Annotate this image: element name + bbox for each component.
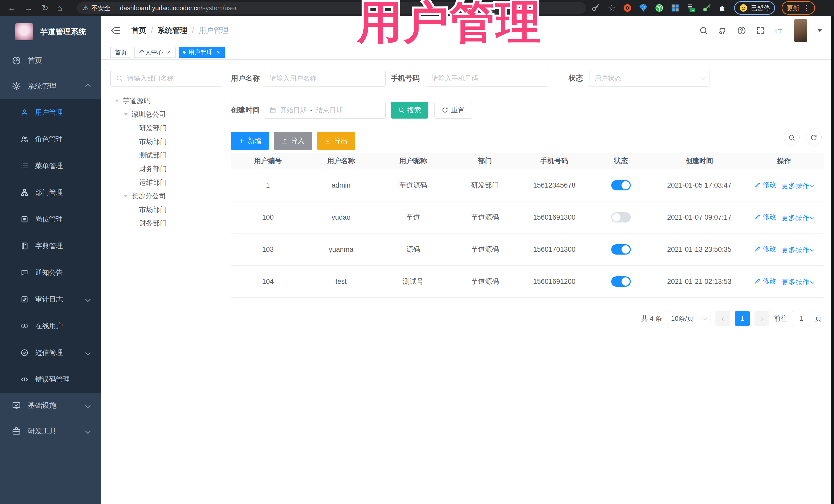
sidebar-item-code[interactable]: 错误码管理 [0, 366, 101, 393]
sidebar-item-toolbox[interactable]: 研发工具 [0, 418, 101, 444]
edit-action[interactable]: 修改 [754, 244, 776, 254]
sidebar-item-chat[interactable]: 通知公告 [0, 259, 101, 286]
grid-extension-icon[interactable] [671, 3, 680, 13]
search-button[interactable]: 搜索 [391, 102, 428, 118]
edit-action[interactable]: 修改 [754, 277, 776, 286]
tree-node[interactable]: 市场部门 [110, 203, 228, 216]
more-actions-dropdown[interactable]: 更多操作 [782, 245, 814, 255]
goto-page-input[interactable] [792, 311, 810, 326]
mobile-input[interactable] [431, 74, 543, 83]
sidebar-item-tree[interactable]: 部门管理 [0, 179, 101, 206]
browser-update-button[interactable]: 更新 ⋮ [782, 1, 815, 15]
tab-close-icon[interactable]: × [167, 49, 171, 56]
breadcrumb-item[interactable]: 系统管理 [158, 25, 187, 36]
sidebar-item-online[interactable]: 在线用户 [0, 312, 101, 339]
more-actions-dropdown[interactable]: 更多操作 [782, 181, 814, 191]
status-select[interactable]: 用户状态 [589, 70, 710, 87]
prev-page-button[interactable]: ‹ [716, 311, 730, 326]
sidebar-collapse-icon[interactable] [110, 25, 121, 36]
dept-search-input[interactable] [127, 74, 215, 83]
tab-用户管理[interactable]: 用户管理× [179, 47, 225, 58]
search-icon[interactable] [699, 26, 708, 35]
date-range-picker[interactable]: 开始日期 - 结束日期 [264, 102, 386, 118]
extensions-puzzle-icon[interactable] [718, 3, 727, 13]
app-logo-row[interactable]: 芋道管理系统 [0, 16, 101, 48]
tree-node[interactable]: 研发部门 [110, 121, 228, 135]
tree-node[interactable]: 市场部门 [110, 135, 228, 148]
add-user-button[interactable]: 新增 [231, 132, 269, 150]
browser-home-button[interactable]: ⌂ [57, 4, 62, 12]
browser-refresh-button[interactable]: ↻ [42, 4, 48, 12]
tree-node-label: 研发部门 [139, 124, 167, 133]
import-button[interactable]: 导入 [274, 132, 312, 150]
current-page-button[interactable]: 1 [735, 311, 750, 326]
tree-node[interactable]: 长沙分公司 [110, 189, 228, 203]
font-size-icon[interactable]: tT [775, 26, 784, 35]
refresh-table-button[interactable] [806, 130, 822, 146]
tree-node-label: 运维部门 [139, 178, 167, 187]
github-icon[interactable] [718, 26, 727, 35]
sidebar-menu: 首页系统管理用户管理角色管理菜单管理部门管理岗位管理字典管理通知公告审计日志在线… [0, 48, 101, 444]
avatar-caret-down-icon[interactable] [817, 29, 823, 32]
sidebar-item-users[interactable]: 角色管理 [0, 126, 101, 152]
status-label: 状态 [569, 73, 583, 83]
sidebar-item-edit[interactable]: 审计日志 [0, 286, 101, 312]
cell-mobile: 15601691300 [521, 201, 588, 234]
tree-node[interactable]: 运维部门 [110, 176, 228, 189]
browser-back-button[interactable]: ← [8, 4, 16, 12]
sidebar-item-badge[interactable]: 岗位管理 [0, 206, 101, 233]
sidebar-item-gear[interactable]: 系统管理 [0, 73, 101, 99]
cell-id: 104 [231, 266, 305, 298]
tab-close-icon[interactable]: × [216, 49, 220, 56]
tab-首页[interactable]: 首页 [110, 47, 131, 58]
browser-forward-button[interactable]: → [25, 4, 33, 12]
toggle-knob [612, 213, 620, 221]
sidebar-item-book[interactable]: 字典管理 [0, 233, 101, 259]
status-toggle[interactable] [611, 244, 631, 255]
cell-username: yuanma [305, 234, 377, 266]
ubuntu-extension-icon[interactable] [623, 3, 632, 13]
tree-node[interactable]: 财务部门 [110, 216, 228, 230]
sidebar-item-user[interactable]: 用户管理 [0, 99, 101, 126]
edit-action[interactable]: 修改 [754, 212, 776, 221]
gem-extension-icon[interactable] [639, 3, 648, 13]
cell-created: 2021-01-13 23:50:35 [654, 234, 744, 266]
breadcrumb-separator: / [151, 26, 153, 35]
bookmark-star-icon[interactable]: ☆ [607, 3, 616, 13]
more-actions-dropdown[interactable]: 更多操作 [782, 278, 814, 287]
cell-id: 1 [231, 169, 305, 201]
more-actions-dropdown[interactable]: 更多操作 [782, 213, 814, 222]
export-button[interactable]: 导出 [317, 132, 355, 150]
security-label: 不安全 [91, 4, 110, 12]
reset-button[interactable]: 重置 [435, 102, 472, 118]
profile-paused-badge[interactable]: 已暂停 [734, 1, 775, 15]
sidebar-item-sms[interactable]: 短信管理 [0, 339, 101, 366]
tree-node[interactable]: 测试部门 [110, 148, 228, 162]
help-icon[interactable] [737, 26, 746, 35]
tree-node[interactable]: 芋道源码 [110, 94, 228, 108]
edit-action[interactable]: 修改 [754, 180, 776, 190]
switch-on-extension-icon[interactable]: on [686, 3, 696, 13]
fullscreen-icon[interactable] [756, 26, 765, 35]
breadcrumb-item[interactable]: 首页 [131, 25, 146, 36]
green-key-extension-icon[interactable] [702, 3, 711, 13]
password-key-icon[interactable] [591, 3, 600, 13]
sidebar-item-list[interactable]: 菜单管理 [0, 152, 101, 179]
page-size-select[interactable]: 10条/页 [667, 311, 711, 326]
status-toggle[interactable] [611, 277, 631, 287]
status-toggle[interactable] [611, 180, 631, 191]
tree-node[interactable]: 财务部门 [110, 162, 228, 176]
address-bar[interactable]: ⚠ 不安全 dashboard.yudao.iocoder.cn/system/… [77, 2, 586, 14]
toggle-search-button[interactable] [784, 130, 799, 146]
tab-active-dot-icon [183, 51, 185, 53]
green-y-extension-icon[interactable] [655, 3, 664, 13]
status-toggle[interactable] [611, 212, 631, 222]
username-input[interactable] [269, 74, 380, 83]
next-page-button[interactable]: › [754, 311, 769, 326]
tab-个人中心[interactable]: 个人中心× [134, 47, 176, 58]
user-avatar[interactable] [794, 19, 807, 42]
sidebar-item-monitor[interactable]: 基础设施 [0, 393, 101, 418]
sidebar-item-dashboard[interactable]: 首页 [0, 48, 101, 73]
tree-node[interactable]: 深圳总公司 [110, 108, 228, 121]
browser-menu-dots-icon[interactable]: ⋮ [803, 4, 810, 12]
